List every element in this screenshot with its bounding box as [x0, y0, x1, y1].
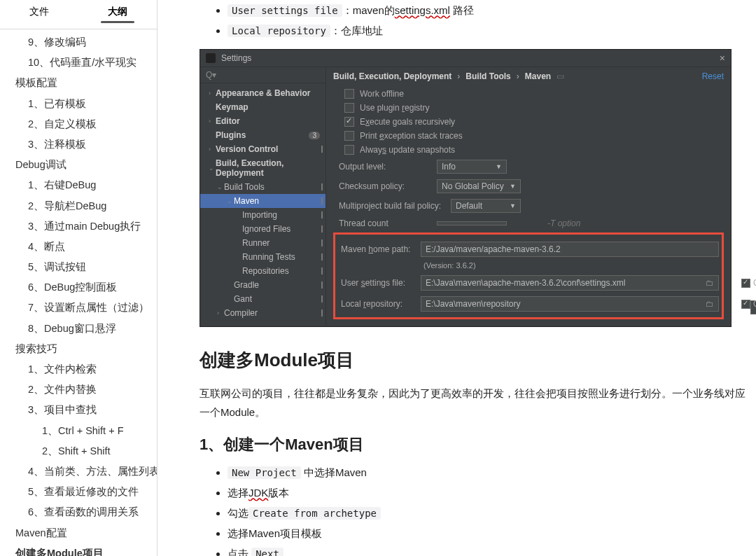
outline-item[interactable]: 2、导航栏DeBug	[0, 196, 157, 216]
outline-item[interactable]: 6、查看函数的调用关系	[0, 502, 157, 522]
dialog-title-bar: Settings ×	[200, 50, 731, 67]
label-user-settings: User settings file:	[338, 278, 415, 288]
outline-item[interactable]: 5、调试按钮	[0, 257, 157, 277]
outline-item[interactable]: 2、自定义模板	[0, 114, 157, 134]
checkbox-row[interactable]: Always update snapshots	[333, 143, 724, 157]
label-version: (Version: 3.6.2)	[338, 260, 719, 272]
outline-item[interactable]: 模板配置	[0, 73, 157, 93]
outline-item[interactable]: 3、注释模板	[0, 134, 157, 155]
outline-item[interactable]: 2、文件内替换	[0, 380, 157, 400]
code-local-repo: Local repository	[227, 25, 330, 37]
label-multi-fail: Multiproject build fail policy:	[333, 201, 445, 211]
sidebar-tabs: 文件 大纲	[0, 0, 157, 29]
input-thread-count[interactable]	[437, 221, 507, 225]
breadcrumb: Build, Execution, Deployment› Build Tool…	[333, 67, 724, 87]
outline-item[interactable]: 3、项目中查找	[0, 400, 157, 420]
label-thread-count: Thread count	[333, 218, 431, 228]
bullet-user-settings: User settings file：maven的settings.xml 路径	[227, 4, 756, 18]
settings-dialog: Settings × Q▾ ›Appearance & BehaviorKeym…	[200, 49, 732, 327]
outline-item[interactable]: Debug调试	[0, 155, 157, 175]
dialog-main: Build, Execution, Deployment› Build Tool…	[326, 67, 731, 326]
input-local-repo[interactable]: E:\Java\maven\repository🗀	[421, 296, 719, 312]
folder-icon[interactable]: 🗀	[706, 278, 714, 288]
outline-item[interactable]: 6、DeBug控制面板	[0, 277, 157, 298]
main-content: User settings file：maven的settings.xml 路径…	[158, 0, 756, 556]
outline-item[interactable]: 10、代码垂直/水平现实	[0, 53, 157, 73]
bullet-local-repo: Local repository：仓库地址	[227, 25, 756, 38]
checkbox-override-2[interactable]: Override	[741, 299, 756, 309]
tab-file[interactable]: 文件	[0, 0, 78, 29]
outline-item[interactable]: 1、Ctrl + Shift + F	[0, 421, 157, 441]
heading-create-maven: 1、创建一个Maven项目	[200, 434, 756, 455]
outline-item[interactable]: 5、查看最近修改的文件	[0, 482, 157, 502]
paragraph-intro: 互联网公司的项目，往往都是业务复杂，因此为了更高效率的开发，往往会把项目按照业务…	[200, 384, 746, 422]
code-user-settings: User settings file	[227, 4, 342, 17]
link-settings-xml: settings.xml	[395, 4, 450, 16]
tree-node[interactable]: ⌄Build, Execution, Deployment	[200, 156, 326, 180]
tree-node[interactable]: Runner	[200, 236, 326, 250]
label-local-repo: Local repository:	[338, 299, 415, 309]
tab-outline[interactable]: 大纲	[78, 0, 157, 29]
tree-node[interactable]: ›Editor	[200, 114, 326, 128]
heading-create-module: 创建多Module项目	[200, 348, 756, 373]
input-maven-home[interactable]: E:/Java/maven/apache-maven-3.6.2	[421, 242, 719, 257]
tree-node[interactable]: ›Appearance & Behavior	[200, 86, 326, 100]
dialog-title: Settings	[221, 53, 251, 63]
checkbox-row[interactable]: Use plugin registry	[333, 101, 724, 115]
outline-item[interactable]: 7、设置断点属性（过滤）	[0, 298, 157, 318]
folder-icon[interactable]: 🗀	[706, 299, 714, 309]
step-1: New Project 中选择Maven	[227, 466, 756, 480]
settings-tree: ›Appearance & BehaviorKeymap›EditorPlugi…	[200, 83, 326, 323]
combo-multi-fail[interactable]: Default▼	[451, 199, 521, 213]
outline-item[interactable]: 3、通过main Debug执行	[0, 216, 157, 237]
dialog-sidebar: Q▾ ›Appearance & BehaviorKeymap›EditorPl…	[200, 67, 326, 326]
tree-node[interactable]: ⌄Maven	[200, 194, 326, 208]
outline-item[interactable]: 9、修改编码	[0, 32, 157, 53]
label-output-level: Output level:	[333, 162, 431, 172]
reset-link[interactable]: Reset	[702, 71, 724, 81]
highlighted-paths: Maven home path: E:/Java/maven/apache-ma…	[333, 232, 724, 319]
outline-item[interactable]: 4、当前类、方法、属性列表	[0, 461, 157, 482]
tree-node[interactable]: Repositories	[200, 264, 326, 278]
tree-node[interactable]: Running Tests	[200, 250, 326, 264]
outline-list: 9、修改编码10、代码垂直/水平现实模板配置1、已有模板2、自定义模板3、注释模…	[0, 29, 157, 556]
step-5: 点击 Next	[227, 548, 756, 556]
label-t-option: -T option	[547, 218, 580, 228]
outline-item[interactable]: 1、已有模板	[0, 94, 157, 114]
checkbox[interactable]	[344, 117, 354, 127]
checkbox-row[interactable]: Execute goals recursively	[333, 115, 724, 129]
outline-item[interactable]: 创建多Module项目	[0, 543, 157, 556]
outline-item[interactable]: 搜索技巧	[0, 339, 157, 359]
checkbox-row[interactable]: Work offline	[333, 87, 724, 101]
tree-node[interactable]: ⌄Build Tools	[200, 180, 326, 194]
outline-item[interactable]: 8、Debug窗口悬浮	[0, 319, 157, 339]
checkbox[interactable]	[344, 145, 354, 155]
outline-item[interactable]: 2、Shift + Shift	[0, 441, 157, 461]
tree-node[interactable]: Plugins3	[200, 128, 326, 142]
outline-item[interactable]: Maven配置	[0, 523, 157, 543]
outline-item[interactable]: 4、断点	[0, 237, 157, 257]
tree-node[interactable]: Keymap	[200, 100, 326, 114]
app-icon	[206, 53, 216, 63]
tree-node[interactable]: Ignored Files	[200, 222, 326, 236]
label-checksum: Checksum policy:	[333, 181, 431, 191]
tree-node[interactable]: Gradle	[200, 278, 326, 292]
tree-node[interactable]: ›Version Control	[200, 142, 326, 156]
tree-node[interactable]: Gant	[200, 292, 326, 306]
checkbox-override-1[interactable]: Override	[741, 278, 756, 288]
checkbox-row[interactable]: Print exception stack traces	[333, 129, 724, 143]
step-4: 选择Maven项目模板	[227, 527, 756, 541]
tree-node[interactable]: ›Compiler	[200, 306, 326, 320]
outline-item[interactable]: 1、文件内检索	[0, 359, 157, 380]
combo-output-level[interactable]: Info▼	[437, 160, 507, 174]
combo-checksum[interactable]: No Global Policy▼	[437, 179, 521, 193]
tree-node[interactable]: Importing	[200, 208, 326, 222]
search-input[interactable]: Q▾	[200, 67, 326, 83]
outline-item[interactable]: 1、右键DeBug	[0, 175, 157, 195]
input-user-settings[interactable]: E:\Java\maven\apache-maven-3.6.2\conf\se…	[421, 275, 719, 291]
step-3: 勾选Create from archetype	[227, 507, 756, 520]
checkbox[interactable]	[344, 103, 354, 113]
checkbox[interactable]	[344, 89, 354, 99]
close-icon[interactable]: ×	[720, 53, 725, 64]
checkbox[interactable]	[344, 131, 354, 141]
